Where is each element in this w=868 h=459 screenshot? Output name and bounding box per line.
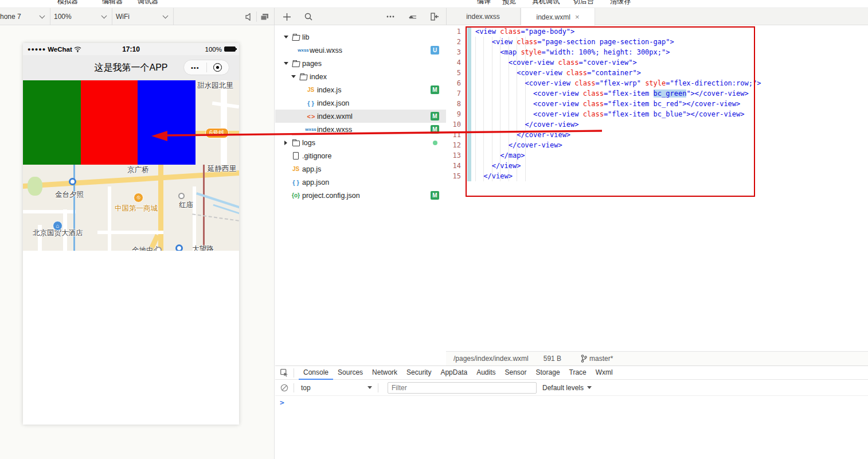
tree-item-app.js[interactable]: JSapp.js (275, 162, 446, 176)
console-prompt: > (280, 398, 284, 407)
code-line-6[interactable]: <cover-view class="flex-wrp" style="flex… (459, 78, 761, 88)
git-branch[interactable]: master* (581, 355, 613, 363)
more-icon[interactable] (385, 12, 396, 21)
more-menu-icon[interactable]: ••• (184, 64, 206, 71)
menu-item-真机调试[interactable]: 真机调试 (532, 0, 560, 8)
editor-tab-index.wxss[interactable]: index.wxss (446, 8, 521, 25)
close-tab-icon[interactable]: × (575, 13, 580, 21)
device-select[interactable]: hone 7 (0, 8, 50, 25)
search-icon[interactable] (303, 12, 314, 21)
map-spot-icon (178, 193, 185, 199)
debugger-tab-network[interactable]: Network (367, 366, 402, 380)
menu-item-模拟器[interactable]: 模拟器 (57, 0, 78, 8)
editor-tab-index.wxml[interactable]: index.wxml× (521, 8, 595, 26)
code-line-3[interactable]: <map style="width: 100%; height: 300px;"… (459, 47, 761, 57)
menu-item-编辑器[interactable]: 编辑器 (102, 0, 123, 8)
git-status-badge: M (431, 191, 439, 200)
tree-item-index.wxss[interactable]: wxssindex.wxssM (275, 123, 446, 136)
map-label: 红庙 (179, 200, 193, 210)
clear-console-icon[interactable] (280, 384, 288, 392)
tree-item-index.json[interactable]: { }index.json (275, 96, 446, 110)
zoom-select-value: 100% (54, 13, 72, 21)
tree-item-lib[interactable]: lib (275, 30, 446, 44)
wxss-icon: wxss (304, 127, 317, 132)
menu-item-预览[interactable]: 预览 (502, 0, 516, 8)
log-levels-value: Default levels (542, 384, 584, 392)
map-label: 大望路 (192, 244, 214, 251)
tree-item-weui.wxss[interactable]: wxssweui.wxssU (275, 44, 446, 57)
debugger-tab-trace[interactable]: Trace (565, 366, 591, 380)
git-status-badge: M (431, 85, 439, 94)
menu-item-清缓存[interactable]: 清缓存 (610, 0, 631, 8)
speaker-icon[interactable] (244, 12, 255, 21)
menu-bar: 模拟器编辑器调试器编译预览真机调试切后台清缓存 (0, 0, 868, 8)
menu-item-编译[interactable]: 编译 (477, 0, 491, 8)
capsule-button[interactable]: ••• (183, 60, 229, 75)
tree-item-index.js[interactable]: JSindex.jsM (275, 83, 446, 96)
debugger-tab-audits[interactable]: Audits (472, 366, 500, 380)
code-line-9[interactable]: <cover-view class="flex-item bc_blue"></… (459, 109, 761, 119)
tree-item-label: project.config.json (302, 192, 360, 200)
log-levels-select[interactable]: Default levels (542, 384, 592, 392)
debugger-tab-sources[interactable]: Sources (333, 366, 367, 380)
collapse-all-icon[interactable] (408, 12, 418, 21)
debugger-tab-security[interactable]: Security (402, 366, 436, 380)
debugger-tab-storage[interactable]: Storage (531, 366, 565, 380)
js-icon: JS (304, 87, 317, 93)
network-select[interactable]: WiFi (112, 8, 174, 25)
code-line-14[interactable]: </view> (459, 161, 761, 171)
code-line-1[interactable]: <view class="page-body"> (459, 26, 761, 37)
debugger-tab-wxml[interactable]: Wxml (591, 366, 617, 380)
code-line-12[interactable]: </cover-view> (459, 140, 761, 150)
map-view[interactable]: 甜水园北里延静西里京广桥金台夕照中国第一商城红庙北京国贸大酒店金地中心大望路6号… (23, 80, 239, 251)
phone-screen: ●●●●● WeChat 17:10 100% 这是我第一个APP ••• (23, 43, 239, 425)
console-context-select[interactable]: top (299, 384, 378, 392)
menu-item-切后台[interactable]: 切后台 (573, 0, 594, 8)
debugger-tab-sensor[interactable]: Sensor (501, 366, 531, 380)
simulator-panel: ●●●●● WeChat 17:10 100% 这是我第一个APP ••• (0, 25, 275, 459)
inspect-element-icon[interactable] (280, 369, 288, 377)
branch-icon (581, 355, 587, 363)
console-output[interactable]: > (275, 396, 868, 459)
console-filter-input[interactable] (388, 382, 537, 394)
windows-icon[interactable] (259, 12, 269, 21)
device-select-value: hone 7 (0, 13, 21, 21)
code-line-4[interactable]: <cover-view class="cover-view"> (459, 57, 761, 68)
code-line-8[interactable]: <cover-view class="flex-item bc_red"></c… (459, 99, 761, 109)
map-metro-icon (175, 244, 183, 251)
branch-name: master* (589, 355, 613, 363)
tree-item-index.wxml[interactable]: < >index.wxmlM (275, 110, 446, 123)
tree-item-index[interactable]: index (275, 70, 446, 83)
wechat-devtools-window: 模拟器编辑器调试器编译预览真机调试切后台清缓存 hone 7 100% WiFi (0, 0, 868, 459)
zoom-select[interactable]: 100% (50, 8, 112, 25)
code-line-7[interactable]: <cover-view class="flex-item bc_green"><… (459, 88, 761, 99)
debugger-tab-console[interactable]: Console (299, 366, 333, 380)
collapse-panel-icon[interactable] (429, 12, 440, 21)
tree-item-.gitignore[interactable]: .gitignore (275, 149, 446, 162)
map-shop-icon: ⛗ (134, 193, 143, 203)
menu-item-调试器[interactable]: 调试器 (138, 0, 158, 8)
add-file-icon[interactable] (281, 12, 292, 21)
code-line-10[interactable]: </cover-view> (459, 119, 761, 130)
code-line-13[interactable]: </map> (459, 150, 761, 161)
console-filter-bar: top Default levels (275, 380, 868, 396)
tree-item-label: app.json (302, 178, 329, 186)
debugger-tab-appdata[interactable]: AppData (436, 366, 472, 380)
code-line-15[interactable]: </view> (459, 171, 761, 181)
tree-item-label: index.json (317, 99, 349, 107)
debugger-panel: ConsoleSourcesNetworkSecurityAppDataAudi… (275, 365, 868, 459)
map-label: 中国第一商城 (115, 204, 158, 213)
tree-item-pages[interactable]: pages (275, 57, 446, 70)
chevron-down-icon (101, 13, 107, 18)
home-target-icon[interactable] (207, 63, 229, 72)
code-line-11[interactable]: </cover-view> (459, 130, 761, 140)
code-editor[interactable]: 123456789101112131415 <view class="page-… (446, 25, 868, 351)
git-status-badge: U (431, 46, 439, 55)
tree-item-label: pages (302, 60, 322, 68)
code-line-2[interactable]: <view class="page-section page-section-g… (459, 37, 761, 47)
editor-tab-label: index.wxss (466, 13, 500, 21)
code-line-5[interactable]: <cover-view class="container"> (459, 68, 761, 78)
tree-item-project.config.json[interactable]: {o}project.config.jsonM (275, 189, 446, 202)
tree-item-logs[interactable]: logs (275, 136, 446, 149)
tree-item-app.json[interactable]: { }app.json (275, 176, 446, 189)
